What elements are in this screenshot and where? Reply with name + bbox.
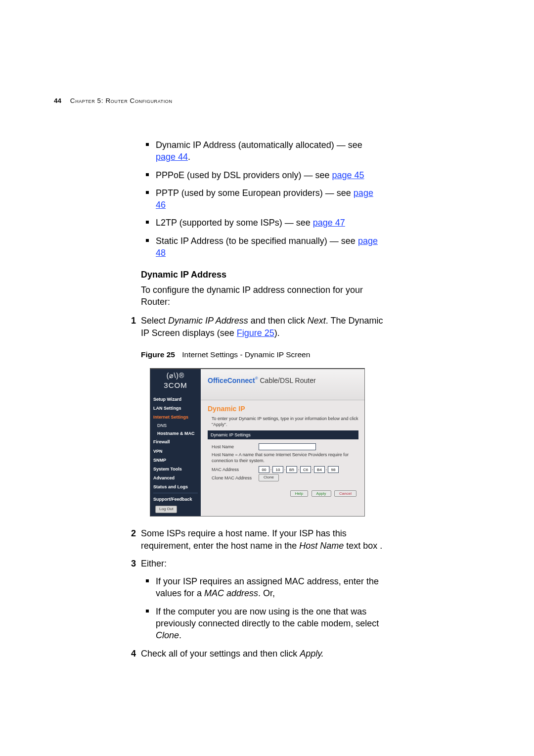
router-sidebar: (⌀\)® 3COM Setup Wizard LAN Settings Int… [150,369,201,516]
list-item: Dynamic IP Address (automatically alloca… [141,139,383,163]
page-link[interactable]: page 45 [332,170,364,180]
apply-button[interactable]: Apply [312,490,331,497]
figure-label: Figure 25 [141,350,175,359]
clone-button[interactable]: Clone [259,474,279,481]
sidebar-item-hostname-mac[interactable]: Hostname & MAC [150,429,201,437]
step-number: 2 [131,527,136,539]
running-header: 44 Chapter 5: Router Configuration [54,96,375,105]
figure-caption: Figure 25 Internet Settings - Dynamic IP… [141,350,383,360]
brand-name: 3COM [150,380,201,390]
section-intro: To configure the dynamic IP address conn… [141,284,383,308]
step-2: 2 Some ISPs require a host name. If your… [141,527,383,552]
bullet-text: PPTP (used by some European providers) —… [156,188,354,198]
router-screenshot: (⌀\)® 3COM Setup Wizard LAN Settings Int… [150,368,365,517]
router-main: OfficeConnect® Cable/DSL Router Dynamic … [201,369,364,516]
sidebar-separator [153,493,198,493]
logout-button[interactable]: Log Out [155,506,177,513]
list-item: If your ISP requires an assigned MAC add… [141,575,383,600]
list-item: PPTP (used by some European providers) —… [141,187,383,211]
sidebar-item-setup-wizard[interactable]: Setup Wizard [150,395,201,404]
figure-title: Internet Settings - Dynamic IP Screen [182,350,310,359]
sidebar-item-dns[interactable]: DNS [150,422,201,429]
sidebar-item-advanced[interactable]: Advanced [150,473,201,482]
host-name-input[interactable] [259,443,316,450]
host-name-note: Host Name = A name that some Internet Se… [208,451,358,465]
sidebar-item-vpn[interactable]: VPN [150,447,201,456]
help-button[interactable]: Help [290,490,308,497]
page-link[interactable]: page 47 [313,218,345,228]
page-link[interactable]: page 44 [156,152,188,162]
host-name-label: Host Name [212,444,259,450]
bullet-text: Static IP Address (to be specified manua… [156,236,358,246]
sidebar-item-lan-settings[interactable]: LAN Settings [150,404,201,413]
list-item: L2TP (supported by some ISPs) — see page… [141,217,383,229]
product-brand: OfficeConnect [208,377,255,384]
sidebar-item-firewall[interactable]: Firewall [150,437,201,446]
step-1: 1 Select Dynamic IP Address and then cli… [141,315,383,339]
figure-link[interactable]: Figure 25 [237,328,274,338]
list-item: Static IP Address (to be specified manua… [141,235,383,259]
sidebar-item-system-tools[interactable]: System Tools [150,465,201,473]
logo-glyph: (⌀\)® [150,371,201,380]
settings-section-bar: Dynamic IP Settings [208,430,358,439]
action-row: Help Apply Cancel [208,490,356,497]
step-number: 3 [131,558,136,569]
step-4: 4 Check all of your settings and then cl… [141,648,383,660]
list-item: PPPoE (used by DSL providers only) — see… [141,169,383,181]
mac-seg-4[interactable] [314,466,325,473]
sidebar-item-status-logs[interactable]: Status and Logs [150,482,201,491]
mac-address-row: MAC Address - - - - - [208,466,358,473]
router-main-header: OfficeConnect® Cable/DSL Router [201,369,364,400]
bullet-text: Dynamic IP Address (automatically alloca… [156,140,362,150]
clone-mac-row: Clone MAC Address Clone [208,474,358,481]
panel-title: Dynamic IP [208,404,358,414]
mac-seg-0[interactable] [259,466,269,473]
sidebar-item-internet-settings[interactable]: Internet Settings [150,413,201,422]
mac-seg-1[interactable] [272,466,283,473]
sidebar-item-support[interactable]: Support/Feedback [150,495,201,504]
mac-seg-2[interactable] [286,466,297,473]
cancel-button[interactable]: Cancel [334,490,356,497]
brand-logo: (⌀\)® 3COM [150,369,201,395]
step-3-sublist: If your ISP requires an assigned MAC add… [141,575,383,641]
mac-address-label: MAC Address [212,467,259,472]
clone-mac-label: Clone MAC Address [212,475,259,481]
mac-seg-5[interactable] [328,466,339,473]
list-item: If the computer you are now using is the… [141,606,383,642]
host-name-row: Host Name [208,443,358,450]
bullet-text: L2TP (supported by some ISPs) — see [156,218,313,228]
step-3: 3 Either: [141,558,383,569]
step-number: 4 [131,648,136,660]
bullet-text: PPPoE (used by DSL providers only) — see [156,170,332,180]
mac-seg-3[interactable] [300,466,311,473]
sidebar-item-snmp[interactable]: SNMP [150,456,201,465]
intro-bullet-list: Dynamic IP Address (automatically alloca… [141,139,383,259]
section-heading: Dynamic IP Address [141,269,383,281]
panel-intro: To enter your Dynamic IP settings, type … [208,416,358,427]
product-name-rest: Cable/DSL Router [258,377,316,384]
chapter-title: Chapter 5: Router Configuration [70,97,173,104]
step-number: 1 [131,315,136,327]
page-number: 44 [54,97,61,104]
